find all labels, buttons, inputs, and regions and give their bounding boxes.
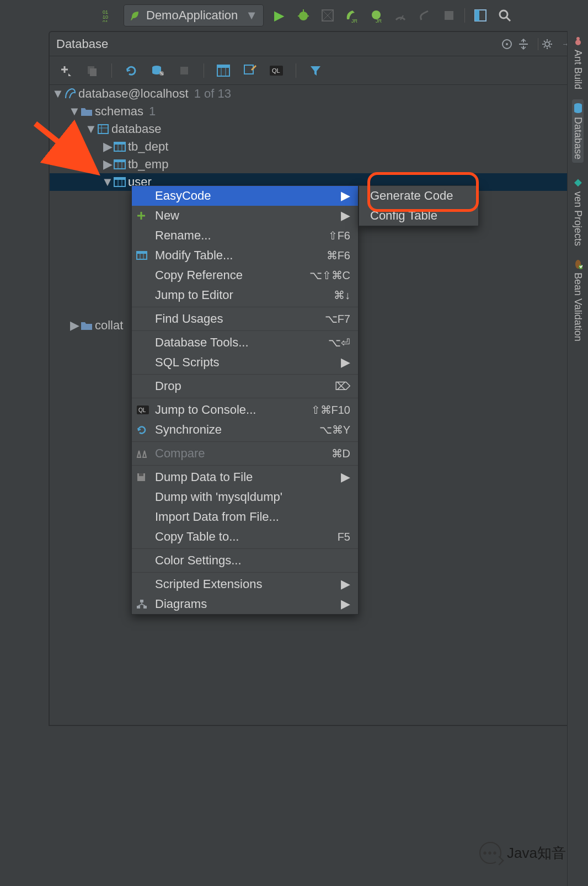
right-tab-bean-validation[interactable]: Bean Validation — [572, 259, 584, 341]
console-icon[interactable]: QL — [268, 62, 285, 79]
ctx-item[interactable]: Rename...⇧F6 — [132, 226, 358, 245]
ctx-item[interactable]: Dump Data to File▶ — [132, 467, 358, 487]
gear-icon[interactable] — [542, 39, 558, 50]
submenu-config-table[interactable]: Config Table — [359, 206, 478, 226]
binary-icon[interactable]: 011001 — [99, 7, 117, 24]
svg-text:01: 01 — [103, 19, 108, 22]
table-view-icon[interactable] — [215, 62, 232, 79]
panel-header: Database →| — [50, 32, 581, 56]
ctx-item[interactable]: Import Data from File... — [132, 507, 358, 527]
chevron-down-icon: ▼ — [245, 8, 258, 23]
ctx-item[interactable]: Diagrams▶ — [132, 594, 358, 614]
expand-arrow-icon[interactable]: ▼ — [85, 122, 97, 136]
ctx-shortcut: ⌥⏎ — [328, 336, 350, 349]
ctx-shortcut: ⌥⇧⌘C — [309, 269, 350, 282]
filter-icon[interactable] — [307, 62, 324, 79]
svg-point-20 — [545, 42, 549, 46]
ctx-item[interactable]: Modify Table...⌘F6 — [132, 245, 358, 265]
svg-rect-61 — [137, 252, 147, 254]
collapse-arrow-icon[interactable]: ▶ — [101, 157, 114, 172]
debug-button[interactable] — [295, 7, 312, 24]
schema-icon — [97, 124, 111, 135]
ctx-item[interactable]: Copy Table to...F5 — [132, 527, 358, 547]
coverage-button[interactable] — [319, 7, 336, 24]
ctx-label: Find Usages — [155, 312, 223, 326]
ctx-item[interactable]: Jump to Editor⌘↓ — [132, 285, 358, 305]
main-toolbar: 011001 DemoApplication ▼ ▶ JR JR — [0, 0, 588, 31]
collapse-arrow-icon[interactable]: ▶ — [68, 318, 81, 333]
ctx-label: Scripted Extensions — [155, 577, 262, 591]
svg-rect-70 — [143, 606, 147, 609]
split-icon[interactable] — [518, 39, 534, 50]
ctx-item[interactable]: QLJump to Console...⇧⌘F10 — [132, 400, 358, 420]
refresh-icon[interactable] — [123, 62, 140, 79]
expand-arrow-icon[interactable]: ▼ — [52, 87, 64, 101]
tree-schemas[interactable]: ▼ schemas 1 — [50, 103, 581, 120]
maven-icon: ◆ — [574, 176, 582, 188]
tree-database-node[interactable]: ▼ database — [50, 120, 581, 138]
svg-rect-43 — [98, 125, 108, 134]
right-tab-label: Bean Validation — [572, 273, 584, 341]
leaf-icon — [130, 9, 142, 22]
ctx-label: Color Settings... — [155, 553, 242, 568]
folder-icon — [81, 321, 95, 330]
ctx-item[interactable]: Dump with 'mysqldump' — [132, 487, 358, 507]
search-icon[interactable] — [496, 7, 514, 24]
context-menu: EasyCode▶New▶Rename...⇧F6Modify Table...… — [131, 185, 359, 615]
right-tool-strip: Ant Build Database ◆ ven Projects Bean V… — [567, 31, 588, 886]
right-tab-maven[interactable]: ◆ ven Projects — [572, 176, 584, 246]
submenu-arrow-icon: ▶ — [341, 597, 350, 611]
datasource-props-icon[interactable] — [149, 62, 166, 79]
layout-icon[interactable] — [472, 7, 489, 24]
ctx-label: Diagrams — [155, 597, 207, 611]
jrebel-run-icon[interactable]: JR — [343, 7, 361, 24]
run-config-label: DemoApplication — [146, 8, 238, 23]
ctx-label: Copy Table to... — [155, 530, 239, 544]
expand-arrow-icon[interactable]: ▼ — [68, 104, 81, 119]
ctx-item[interactable]: SQL Scripts▶ — [132, 353, 358, 372]
database-label: database — [111, 122, 162, 136]
ctx-item[interactable]: New▶ — [132, 206, 358, 226]
svg-line-27 — [544, 46, 545, 47]
jrebel-debug-icon[interactable]: JR — [367, 7, 385, 24]
ctx-item[interactable]: EasyCode▶ — [132, 186, 358, 206]
stop-sync-icon[interactable] — [176, 62, 193, 79]
svg-rect-69 — [137, 606, 140, 609]
ctx-item[interactable]: Synchronize⌥⌘Y — [132, 420, 358, 440]
expand-arrow-icon[interactable]: ▼ — [101, 175, 114, 189]
right-tab-database[interactable]: Database — [572, 99, 584, 163]
save-icon — [136, 472, 151, 482]
ctx-shortcut: ⌥F7 — [325, 312, 350, 325]
ctx-item[interactable]: Database Tools...⌥⏎ — [132, 333, 358, 353]
table-icon — [136, 251, 151, 260]
ctx-item[interactable]: Find Usages⌥F7 — [132, 309, 358, 329]
collapse-arrow-icon[interactable]: ▶ — [101, 140, 114, 154]
collations-label: collat — [95, 318, 123, 333]
run-button[interactable]: ▶ — [270, 7, 288, 24]
right-tab-ant-build[interactable]: Ant Build — [572, 36, 584, 89]
ctx-item[interactable]: Scripted Extensions▶ — [132, 574, 358, 594]
stop-button[interactable] — [440, 7, 458, 24]
tree-table-tb_emp[interactable]: ▶ tb_emp — [50, 156, 581, 173]
tree-table-tb_dept[interactable]: ▶ tb_dept — [50, 138, 581, 156]
submenu-generate-code[interactable]: Generate Code — [359, 186, 478, 206]
copy-icon[interactable] — [84, 62, 100, 79]
ctx-item[interactable]: Drop⌦ — [132, 376, 358, 396]
ctx-item[interactable]: Color Settings... — [132, 551, 358, 570]
add-icon[interactable] — [57, 62, 74, 79]
ctx-label: Import Data from File... — [155, 510, 279, 524]
mysql-icon — [64, 87, 78, 100]
ctx-item[interactable]: Copy Reference⌥⇧⌘C — [132, 265, 358, 285]
database-toolbar: QL — [50, 56, 581, 85]
ctx-shortcut: ⇧⌘F10 — [311, 403, 350, 417]
target-icon[interactable] — [501, 39, 518, 50]
attach-icon[interactable] — [416, 7, 434, 24]
profile-icon[interactable] — [392, 7, 409, 24]
database-icon — [573, 103, 583, 114]
svg-rect-14 — [475, 10, 479, 21]
edit-icon[interactable] — [242, 62, 258, 79]
ctx-label: EasyCode — [155, 189, 211, 203]
run-configuration-selector[interactable]: DemoApplication ▼ — [124, 4, 264, 26]
svg-text:JR: JR — [351, 18, 358, 23]
tree-root[interactable]: ▼ database@localhost 1 of 13 — [50, 85, 581, 103]
